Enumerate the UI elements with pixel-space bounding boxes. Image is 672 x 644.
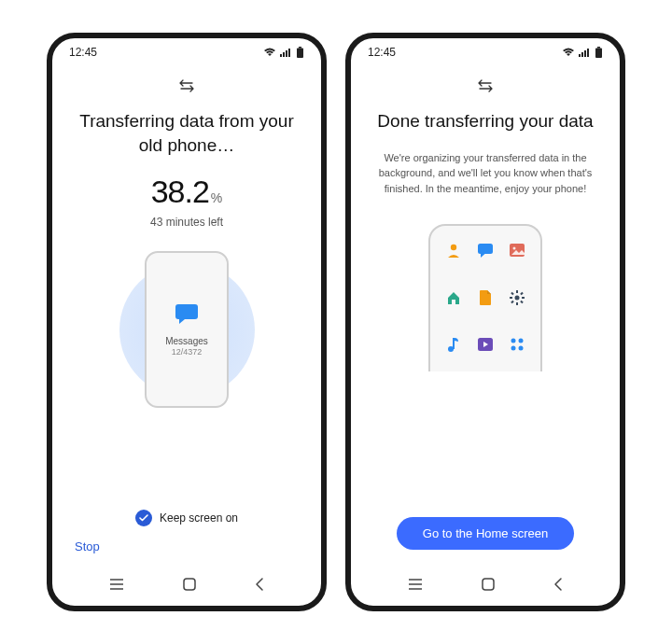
svg-rect-10 xyxy=(184,579,195,590)
transfer-icon xyxy=(178,79,195,96)
svg-rect-4 xyxy=(299,47,301,49)
svg-rect-5 xyxy=(297,49,303,59)
svg-rect-14 xyxy=(587,49,589,57)
svg-point-35 xyxy=(511,346,516,351)
signal-icon xyxy=(579,48,591,57)
svg-rect-1 xyxy=(283,52,285,57)
status-time: 12:45 xyxy=(69,46,97,59)
page-title: Transferring data from your old phone… xyxy=(73,109,301,157)
nav-recents-icon[interactable] xyxy=(407,578,424,591)
svg-point-33 xyxy=(511,339,516,343)
battery-icon xyxy=(296,47,304,58)
time-remaining: 43 minutes left xyxy=(150,216,223,229)
nav-home-icon[interactable] xyxy=(181,576,198,593)
signal-icon xyxy=(280,48,292,57)
wifi-icon xyxy=(562,48,575,57)
nav-bar xyxy=(351,567,620,606)
content-left: Transferring data from your old phone… 3… xyxy=(52,61,321,567)
svg-rect-13 xyxy=(584,50,586,57)
check-icon xyxy=(135,510,152,526)
svg-rect-0 xyxy=(280,54,282,57)
nav-recents-icon[interactable] xyxy=(108,578,125,591)
status-icons xyxy=(263,47,304,58)
svg-rect-18 xyxy=(478,244,493,254)
svg-rect-29 xyxy=(520,301,524,304)
wifi-icon xyxy=(263,48,276,57)
messages-icon xyxy=(174,302,200,329)
apps-icon xyxy=(508,335,526,354)
phone-right: 12:45 Done transferring your data We're … xyxy=(345,33,625,611)
progress-percent: 38.2 % xyxy=(151,174,223,210)
music-icon xyxy=(444,335,463,354)
svg-point-34 xyxy=(519,339,524,343)
settings-icon xyxy=(508,288,526,307)
app-icon-grid xyxy=(444,226,526,371)
percent-symbol: % xyxy=(211,190,222,205)
svg-rect-25 xyxy=(522,297,525,299)
done-illustration xyxy=(420,224,551,373)
contacts-icon xyxy=(444,241,463,259)
svg-rect-6 xyxy=(175,304,198,319)
stop-button[interactable]: Stop xyxy=(73,539,301,553)
content-right: Done transferring your data We're organi… xyxy=(351,61,620,567)
svg-rect-15 xyxy=(597,47,600,49)
svg-rect-16 xyxy=(595,49,602,59)
svg-rect-22 xyxy=(516,290,518,293)
svg-rect-26 xyxy=(511,292,514,296)
svg-point-20 xyxy=(513,247,516,250)
svg-point-36 xyxy=(519,346,524,351)
page-title: Done transferring your data xyxy=(377,109,593,133)
percent-value: 38.2 xyxy=(151,174,209,210)
svg-rect-11 xyxy=(579,54,581,57)
current-item-count: 12/4372 xyxy=(172,347,203,357)
transfer-icon xyxy=(477,79,494,96)
phone-left: 12:45 Transferring data from your old ph… xyxy=(47,33,327,611)
keep-screen-checkbox[interactable]: Keep screen on xyxy=(135,510,238,526)
svg-rect-28 xyxy=(511,301,514,304)
svg-rect-12 xyxy=(581,52,583,57)
page-subtitle: We're organizing your transferred data i… xyxy=(371,150,599,197)
video-icon xyxy=(476,335,495,354)
progress-illustration: Messages 12/4372 xyxy=(112,245,261,413)
home-icon xyxy=(444,288,463,307)
footer-row: Stop xyxy=(73,539,301,559)
svg-rect-31 xyxy=(453,338,455,349)
current-item-label: Messages xyxy=(165,336,208,346)
home-screen-button[interactable]: Go to the Home screen xyxy=(397,517,574,550)
nav-home-icon[interactable] xyxy=(480,576,497,593)
nav-back-icon[interactable] xyxy=(254,577,265,592)
status-bar: 12:45 xyxy=(351,38,620,61)
nav-back-icon[interactable] xyxy=(553,577,564,592)
gallery-icon xyxy=(508,241,526,259)
messages-icon xyxy=(476,241,495,259)
document-icon xyxy=(476,288,495,307)
battery-icon xyxy=(595,47,603,58)
mini-phone xyxy=(428,224,542,371)
svg-rect-2 xyxy=(286,50,287,57)
status-time: 12:45 xyxy=(368,46,396,59)
svg-rect-24 xyxy=(510,297,512,299)
status-bar: 12:45 xyxy=(52,38,321,61)
svg-rect-40 xyxy=(483,579,494,590)
svg-point-17 xyxy=(451,245,456,250)
svg-point-21 xyxy=(515,295,520,300)
mini-phone: Messages 12/4372 xyxy=(145,251,229,408)
svg-rect-23 xyxy=(516,302,518,305)
status-icons xyxy=(562,47,603,58)
svg-rect-27 xyxy=(520,292,524,296)
svg-rect-3 xyxy=(288,49,290,57)
nav-bar xyxy=(52,567,321,606)
keep-screen-label: Keep screen on xyxy=(160,511,238,525)
